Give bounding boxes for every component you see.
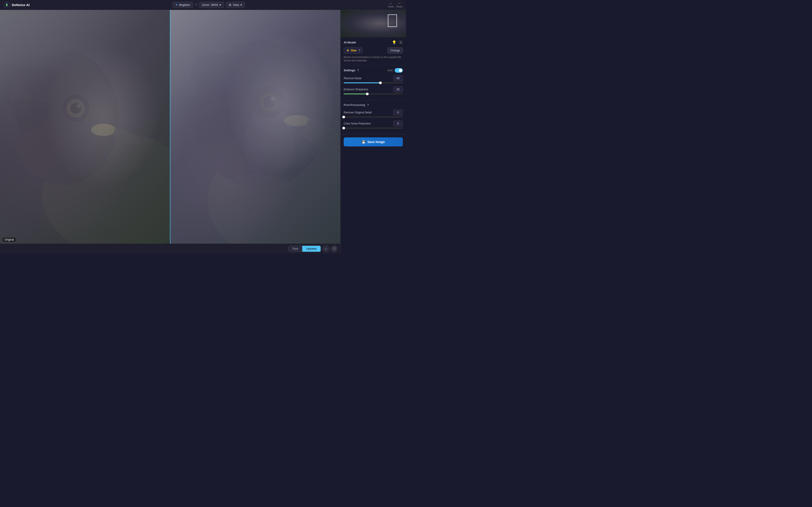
- view-button[interactable]: ⊞ View ▾: [226, 2, 245, 8]
- recover-detail-value[interactable]: 0: [393, 110, 403, 115]
- app-logo-icon: [4, 2, 10, 8]
- smiley-buttons: ☺ ☹: [323, 245, 338, 252]
- svg-point-8: [77, 104, 81, 108]
- svg-point-6: [67, 99, 85, 117]
- svg-point-4: [8, 50, 119, 185]
- original-bird-svg: [0, 10, 170, 243]
- recover-detail-slider-row: Recover Original Detail 0: [344, 110, 403, 117]
- header-center: ✦ Brighten ? Zoom 294% ▾ ⊞ View ▾: [30, 2, 388, 8]
- auto-toggle[interactable]: [395, 68, 403, 73]
- color-noise-track[interactable]: [344, 128, 403, 128]
- settings-title: Settings: [344, 69, 355, 72]
- dislike-button[interactable]: ☹: [331, 245, 338, 252]
- view-icon: ⊞: [229, 3, 231, 7]
- redo-icon: ↪: [398, 2, 400, 5]
- star-icon: ✦: [175, 3, 178, 7]
- recover-detail-thumb[interactable]: [342, 116, 345, 118]
- ai-model-section: AI Model 💡 ☰ ⚡ Raw ? Change Model recomm…: [341, 37, 406, 65]
- post-processing-title: Post-Processing: [344, 103, 365, 107]
- zoom-control[interactable]: Zoom 294% ▾: [199, 2, 224, 8]
- zoom-chevron-icon: ▾: [219, 3, 221, 7]
- list-icon[interactable]: ☰: [399, 40, 403, 45]
- raw-tab-button[interactable]: Raw: [289, 246, 302, 252]
- recover-detail-label: Recover Original Detail: [344, 111, 371, 114]
- redo-button[interactable]: ↪ Redo: [397, 2, 402, 8]
- ai-model-title: AI Model: [344, 41, 356, 44]
- image-bottom-bar: Raw Updated ☺ ☹: [0, 243, 340, 253]
- undo-redo-group: ↩ Undo ↪ Redo: [388, 2, 402, 8]
- save-icon: 💾: [362, 140, 365, 144]
- save-section: 💾 Save Image: [341, 135, 406, 149]
- svg-point-15: [253, 86, 285, 118]
- view-chevron-icon: ▾: [240, 3, 242, 7]
- brighten-label: Brighten: [179, 3, 190, 7]
- processed-bird-svg: [170, 10, 340, 243]
- svg-point-1: [6, 4, 8, 6]
- lightbulb-icon[interactable]: 💡: [392, 40, 397, 45]
- bolt-icon: ⚡: [346, 49, 350, 52]
- updated-tab-button[interactable]: Updated: [302, 246, 320, 252]
- model-badge: ⚡ Raw ?: [344, 47, 363, 54]
- svg-rect-11: [170, 10, 340, 243]
- settings-section: Settings ? Auto Remove Noise 40: [341, 65, 406, 101]
- undo-icon: ↩: [390, 2, 392, 5]
- model-name: Raw: [351, 49, 357, 52]
- recover-detail-label-row: Recover Original Detail 0: [344, 110, 403, 115]
- remove-noise-label: Remove Noise: [344, 77, 362, 80]
- raw-updated-tabs: Raw Updated: [289, 245, 321, 252]
- model-note: Model recommendation is based on the sup…: [344, 55, 403, 62]
- color-noise-thumb[interactable]: [342, 127, 345, 129]
- zoom-value: 294%: [211, 3, 218, 7]
- auto-label: Auto: [387, 69, 393, 72]
- undo-label: Undo: [388, 5, 394, 8]
- color-noise-value[interactable]: 0: [393, 121, 403, 126]
- color-noise-label-row: Color Noise Reduction 0: [344, 121, 403, 126]
- ai-model-icons: 💡 ☰: [392, 40, 403, 45]
- svg-rect-2: [0, 10, 170, 243]
- brighten-help-icon[interactable]: ?: [195, 3, 197, 7]
- original-label: Original: [3, 238, 16, 242]
- remove-noise-label-row: Remove Noise 40: [344, 75, 403, 81]
- zoom-label: Zoom: [202, 3, 209, 7]
- header: DeNoise AI ✦ Brighten ? Zoom 294% ▾ ⊞ Vi…: [0, 0, 406, 10]
- svg-point-16: [258, 91, 280, 113]
- enhance-sharpness-thumb[interactable]: [366, 93, 369, 95]
- remove-noise-value[interactable]: 40: [393, 75, 403, 81]
- svg-point-12: [208, 136, 340, 243]
- remove-noise-thumb[interactable]: [379, 81, 382, 84]
- model-help-icon[interactable]: ?: [358, 49, 360, 52]
- change-model-button[interactable]: Change: [388, 48, 403, 53]
- post-processing-label: Post-Processing ?: [344, 103, 403, 107]
- svg-point-18: [271, 97, 275, 101]
- svg-point-14: [245, 105, 294, 179]
- remove-noise-fill: [344, 82, 380, 83]
- model-row: ⚡ Raw ? Change: [344, 47, 403, 54]
- main-layout: Original: [0, 10, 406, 253]
- save-label: Save Image: [367, 140, 385, 144]
- svg-point-5: [62, 94, 90, 122]
- enhance-sharpness-value[interactable]: 42: [393, 87, 403, 92]
- svg-point-3: [42, 133, 170, 243]
- original-image: [0, 10, 170, 243]
- view-label: View: [233, 3, 239, 7]
- image-area: Original: [0, 10, 340, 253]
- header-right: ↩ Undo ↪ Redo: [388, 2, 402, 8]
- save-image-button[interactable]: 💾 Save Image: [344, 137, 403, 147]
- enhance-sharpness-track[interactable]: [344, 94, 403, 94]
- redo-label: Redo: [397, 5, 402, 8]
- app-title: DeNoise AI: [12, 3, 30, 7]
- enhance-sharpness-slider-row: Enhance Sharpness 42: [344, 87, 403, 94]
- post-processing-help-icon[interactable]: ?: [367, 103, 369, 107]
- svg-point-7: [70, 103, 81, 114]
- recover-detail-track[interactable]: [344, 117, 403, 117]
- settings-row: Settings ? Auto: [344, 68, 403, 73]
- undo-button[interactable]: ↩ Undo: [388, 2, 394, 8]
- like-button[interactable]: ☺: [323, 245, 329, 252]
- remove-noise-track[interactable]: [344, 82, 403, 83]
- post-processing-section: Post-Processing ? Recover Original Detai…: [341, 101, 406, 135]
- settings-help-icon[interactable]: ?: [357, 69, 359, 72]
- svg-rect-10: [0, 10, 170, 243]
- settings-label: Settings ?: [344, 69, 359, 72]
- auto-toggle-area: Auto: [387, 68, 403, 73]
- brighten-button[interactable]: ✦ Brighten: [172, 2, 193, 8]
